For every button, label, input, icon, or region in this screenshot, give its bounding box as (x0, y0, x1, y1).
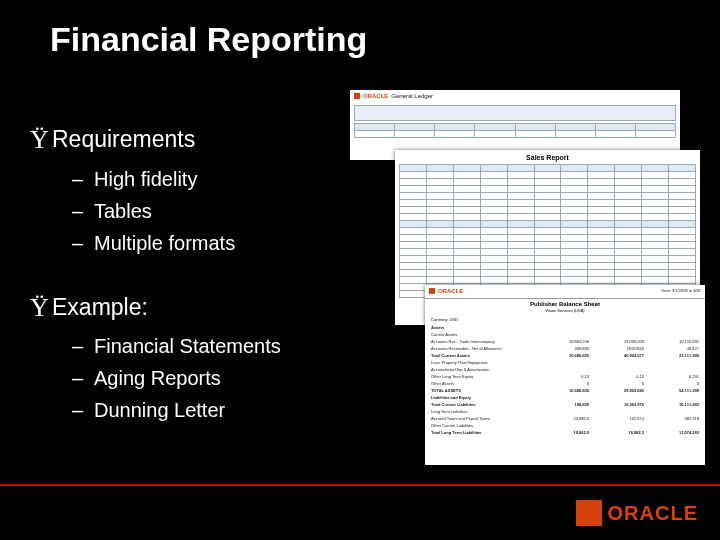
table-row: Current Assets (425, 332, 705, 339)
report-balance-sheet: ORACLEDate: 3/1/2008 to 3/31 Publisher B… (425, 285, 705, 465)
table-row: Total Current Assets10,680,60546,924,577… (425, 353, 705, 360)
oracle-icon (429, 288, 435, 294)
table-row: Assets (425, 325, 705, 332)
table-row: TOTAL ASSETS10,680,60529,953,84254,111,3… (425, 388, 705, 395)
table-row: Total Long Term Liabilities10,862.076,98… (425, 430, 705, 437)
balance-sheet-rows: AssetsCurrent AssetsAccounts Rec - Trade… (425, 325, 705, 437)
sales-report-title: Sales Report (395, 154, 700, 162)
content-body: ŸRequirements –High fidelity –Tables –Mu… (30, 115, 281, 428)
oracle-icon (576, 500, 602, 526)
table-row: Less: Property Plant Equipment (425, 360, 705, 367)
sub-item: –Dunning Letter (72, 396, 281, 425)
table-row: Accumulated Dep & Amortization (425, 367, 705, 374)
bullet-requirements-label: Requirements (52, 126, 195, 152)
table-row: Other Current Liabilities (425, 423, 705, 430)
sub-item: –High fidelity (72, 165, 281, 194)
bullet-example: ŸExample: (30, 289, 281, 327)
table-row: Accrued Taxes and Payroll Taxes23,086.01… (425, 416, 705, 423)
sub-item: –Financial Statements (72, 332, 281, 361)
table-row: Accounts Rec - Trade Intercompany10,864,… (425, 339, 705, 346)
footer: ORACLE (0, 484, 720, 540)
report-thumbnails: ORACLE General Ledger Sales Report (345, 90, 705, 460)
oracle-logo: ORACLE (576, 500, 698, 526)
table-row: Other Long Term Equity6.104.108,291 (425, 374, 705, 381)
sub-item: –Aging Reports (72, 364, 281, 393)
table-row: Accounts Receivable - Net of Allowance30… (425, 346, 705, 353)
table-row: Total Current Liabilities108,60516,363,9… (425, 402, 705, 409)
bullet-example-label: Example: (52, 294, 148, 320)
table-row: Liabilities and Equity (425, 395, 705, 402)
bullet-requirements: ŸRequirements (30, 121, 281, 159)
table-row: Other Assets000 (425, 381, 705, 388)
sub-item: –Tables (72, 197, 281, 226)
sub-item: –Multiple formats (72, 229, 281, 258)
oracle-icon (354, 93, 360, 99)
table-row: Long Term Liabilities (425, 409, 705, 416)
slide: Financial Reporting ŸRequirements –High … (0, 0, 720, 540)
sales-table (399, 164, 696, 298)
slide-title: Financial Reporting (50, 20, 367, 59)
